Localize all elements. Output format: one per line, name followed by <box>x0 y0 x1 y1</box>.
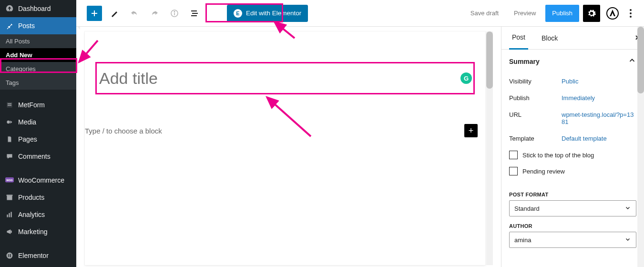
svg-rect-25 <box>191 10 197 11</box>
sidebar-label: Comments <box>18 153 51 160</box>
svg-rect-11 <box>10 231 11 233</box>
woo-icon: woo <box>5 175 14 185</box>
svg-rect-27 <box>191 15 197 16</box>
svg-point-28 <box>607 8 618 19</box>
svg-rect-2 <box>8 105 11 106</box>
gauge-icon <box>5 4 14 13</box>
row-publish: Publish Immediately <box>509 90 636 106</box>
post-title-input[interactable] <box>99 69 460 88</box>
settings-tabs: Post Block × <box>501 27 644 50</box>
submenu-categories[interactable]: Categories <box>0 62 76 76</box>
sidebar-item-marketing[interactable]: Marketing <box>0 223 76 240</box>
sticky-checkbox[interactable] <box>509 151 518 159</box>
posts-submenu: All Posts Add New Categories Tags <box>0 34 76 90</box>
submenu-add-new[interactable]: Add New <box>0 48 76 62</box>
chevron-up-icon <box>628 56 636 66</box>
submenu-tags[interactable]: Tags <box>0 76 76 90</box>
sidebar-label: Analytics <box>18 211 45 218</box>
publish-value[interactable]: Immediately <box>562 94 636 102</box>
sticky-label: Stick to the top of the blog <box>522 152 594 159</box>
publish-button[interactable]: Publish <box>545 5 579 22</box>
svg-rect-21 <box>92 13 97 14</box>
svg-rect-26 <box>192 13 198 14</box>
grammarly-icon[interactable]: G <box>460 72 472 84</box>
summary-body: Visibility Public Publish Immediately UR… <box>501 73 644 185</box>
svg-rect-1 <box>8 103 11 104</box>
sidebar-item-metform[interactable]: MetForm <box>0 96 76 113</box>
visibility-label: Visibility <box>509 78 562 85</box>
sidebar-item-woocommerce[interactable]: woo WooCommerce <box>0 172 76 189</box>
tab-post[interactable]: Post <box>509 27 528 50</box>
more-options-button[interactable] <box>625 9 636 18</box>
insert-block-button[interactable]: + <box>464 124 478 137</box>
megaphone-icon <box>5 227 14 236</box>
url-value[interactable]: wpmet-testing.local/?p=1381 <box>562 111 636 125</box>
save-draft-button[interactable]: Save draft <box>465 5 504 22</box>
add-block-button[interactable] <box>87 6 102 21</box>
title-block[interactable]: G <box>96 63 475 93</box>
svg-rect-15 <box>10 255 11 256</box>
preview-button[interactable]: Preview <box>508 5 542 22</box>
row-pending[interactable]: Pending review <box>509 163 636 179</box>
edit-with-elementor-button[interactable]: E Edit with Elementor <box>227 5 308 22</box>
author-heading: AUTHOR <box>501 216 644 232</box>
svg-rect-6 <box>7 196 12 200</box>
archive-icon <box>5 193 14 202</box>
pending-checkbox[interactable] <box>509 167 518 175</box>
sidebar-label: Products <box>18 194 44 201</box>
chevron-down-icon <box>624 205 631 213</box>
sidebar-item-templates[interactable]: Templates <box>0 264 76 267</box>
row-template: Template Default template <box>509 130 636 147</box>
section-summary-toggle[interactable]: Summary <box>501 50 644 73</box>
settings-gear-button[interactable] <box>583 5 600 22</box>
redo-button[interactable] <box>147 6 162 21</box>
row-sticky[interactable]: Stick to the top of the blog <box>509 147 636 163</box>
tools-button[interactable] <box>107 6 122 21</box>
visibility-value[interactable]: Public <box>562 78 636 85</box>
author-select[interactable]: amina <box>509 232 636 248</box>
elementor-icon <box>5 251 14 260</box>
svg-rect-13 <box>8 254 9 257</box>
bars-icon <box>5 210 14 219</box>
sidebar-item-posts[interactable]: Posts <box>0 17 76 34</box>
settings-panel: Post Block × Summary Visibility Public P… <box>501 27 644 267</box>
tab-block[interactable]: Block <box>539 27 561 50</box>
chevron-down-icon <box>624 236 631 244</box>
pin-icon <box>5 21 14 31</box>
sidebar-item-dashboard[interactable]: Dashboard <box>0 0 76 17</box>
sidebar-item-products[interactable]: Products <box>0 189 76 206</box>
astra-button[interactable] <box>604 5 621 22</box>
summary-label: Summary <box>509 58 540 65</box>
media-icon <box>5 117 14 127</box>
undo-button[interactable] <box>127 6 142 21</box>
canvas-scrollbar[interactable] <box>486 31 493 265</box>
scrollbar-thumb[interactable] <box>637 27 644 93</box>
editor-toolbar: E Edit with Elementor Save draft Preview… <box>76 0 644 27</box>
template-value[interactable]: Default template <box>562 135 636 142</box>
sidebar-label: Pages <box>18 135 37 143</box>
row-url: URL wpmet-testing.local/?p=1381 <box>509 106 636 130</box>
sidebar-item-comments[interactable]: Comments <box>0 148 76 165</box>
svg-rect-10 <box>10 212 11 217</box>
post-format-heading: POST FORMAT <box>501 185 644 200</box>
sidebar-label: Posts <box>18 22 35 30</box>
submenu-all-posts[interactable]: All Posts <box>0 34 76 48</box>
sidebar-item-media[interactable]: Media <box>0 113 76 131</box>
url-label: URL <box>509 111 562 125</box>
info-button[interactable] <box>167 6 182 21</box>
svg-rect-9 <box>9 213 10 217</box>
block-prompt-text: Type / to choose a block <box>85 127 464 135</box>
publish-label: Publish <box>509 94 562 102</box>
default-block-prompt[interactable]: Type / to choose a block + <box>85 124 485 137</box>
sidebar-item-analytics[interactable]: Analytics <box>0 206 76 223</box>
panel-scrollbar[interactable] <box>637 27 644 267</box>
post-format-select[interactable]: Standard <box>509 200 636 216</box>
svg-point-3 <box>7 121 10 123</box>
sidebar-item-elementor[interactable]: Elementor <box>0 247 76 264</box>
sidebar-label: MetForm <box>18 101 45 109</box>
outline-button[interactable] <box>187 6 202 21</box>
scrollbar-thumb[interactable] <box>486 31 493 89</box>
sidebar-item-pages[interactable]: Pages <box>0 131 76 148</box>
svg-rect-16 <box>10 257 11 257</box>
sidebar-label: Media <box>18 118 36 126</box>
